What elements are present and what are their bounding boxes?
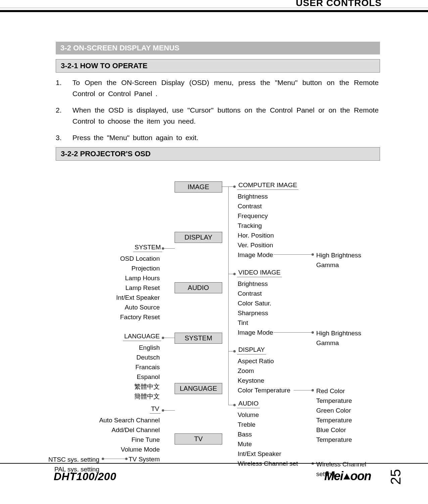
image-mode-options: High Brightness Gamma (316, 328, 361, 348)
instruction-item: 1. To Open the ON-Screen Display (OSD) m… (56, 77, 380, 99)
submenu-language: LANGUAGE (123, 333, 161, 341)
audio-items: Volume Treble Bass Mute Int/Ext Speaker … (238, 410, 298, 468)
video-image-items: Brightness Contrast Color Satur. Sharpne… (238, 279, 273, 337)
submenu-tv: TV (150, 405, 160, 414)
image-mode-options: High Brightness Gamma (316, 250, 361, 270)
list-number: 2. (56, 105, 70, 116)
instruction-item: 3. Press the "Menu" button again to exit… (56, 132, 380, 143)
footer-model-number: DHT100/200 (54, 470, 116, 483)
submenu-audio: AUDIO (237, 400, 260, 408)
page-header-title: USER CONTROLS (296, 0, 382, 8)
section-heading-3-2: 3-2 ON-SCREEN DISPLAY MENUS (56, 42, 380, 54)
list-number: 1. (56, 77, 70, 88)
color-temperature-options: Red Color Temperature Green Color Temper… (316, 386, 352, 445)
submenu-display: DISPLAY (237, 346, 266, 354)
menu-system: SYSTEM (175, 333, 222, 344)
section-heading-3-2-1: 3-2-1 HOW TO OPERATE (56, 59, 380, 73)
brand-triangle-icon (343, 473, 350, 479)
submenu-system: SYSTEM (133, 244, 162, 252)
system-items: OSD Location Projection Lamp Hours Lamp … (85, 254, 160, 322)
footer-brand-logo: Meioon (324, 469, 371, 483)
submenu-video-image: VIDEO IMAGE (237, 269, 282, 277)
osd-menu-diagram: IMAGE DISPLAY AUDIO SYSTEM LANGUAGE TV C… (0, 180, 428, 462)
display-items: Aspect Ratio Zoom Keystone Color Tempera… (238, 356, 290, 395)
language-items: English Deutsch Francais Espanol 繁體中文 簡體… (85, 343, 160, 401)
submenu-computer-image: COMPUTER IMAGE (237, 181, 298, 190)
section-heading-3-2-2: 3-2-2 PROJECTOR'S OSD (56, 147, 380, 161)
menu-audio: AUDIO (175, 282, 222, 293)
computer-image-items: Brightness Contrast Frequency Tracking H… (238, 192, 274, 260)
list-number: 3. (56, 132, 70, 143)
instruction-text: To Open the ON-Screen Display (OSD) menu… (73, 77, 379, 99)
instruction-text: When the OSD is displayed, use "Cursor" … (73, 105, 379, 127)
instruction-text: Press the "Menu" button again to exit. (73, 132, 379, 143)
menu-image: IMAGE (175, 181, 222, 193)
instruction-item: 2. When the OSD is displayed, use "Curso… (56, 105, 380, 127)
menu-tv: TV (175, 433, 222, 445)
page-number: 25 (388, 469, 404, 485)
menu-language: LANGUAGE (175, 383, 222, 394)
menu-display: DISPLAY (175, 232, 222, 243)
